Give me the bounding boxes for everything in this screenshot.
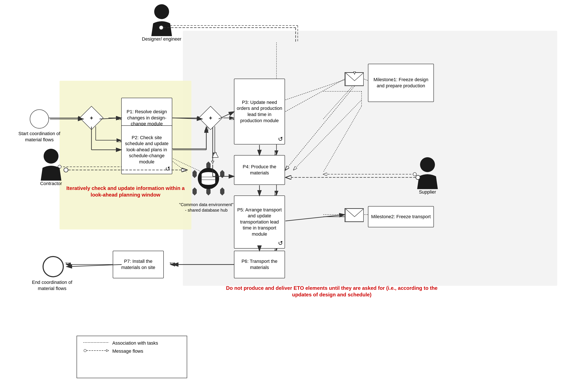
process-p4: P4: Produce the materials	[234, 155, 285, 185]
legend-box: Association with tasks Message flows	[77, 336, 187, 378]
supplier-label: Supplier	[419, 189, 436, 195]
designer-label: Designer/ engineer	[142, 36, 181, 42]
start-event-label: Start coordination of material flows	[13, 131, 66, 143]
process-p2: P2: Check site schedule and update look-…	[121, 125, 172, 174]
start-event	[30, 110, 49, 128]
legend-message-line	[83, 348, 109, 354]
envelope-icon-m2	[345, 208, 363, 222]
supplier-icon	[415, 155, 440, 189]
svg-rect-37	[345, 209, 363, 222]
diagram-container: Start coordination of material flows + P…	[0, 0, 587, 392]
milestone1-box: Milestone1: Freeze design and prepare pr…	[368, 64, 434, 102]
intermediate-triangle	[212, 152, 218, 159]
legend-dotted-line	[83, 340, 109, 346]
svg-marker-51	[192, 188, 197, 196]
svg-point-40	[420, 157, 435, 172]
legend-row-association: Association with tasks	[83, 340, 180, 346]
svg-point-39	[44, 149, 59, 164]
milestone1-envelope	[345, 72, 364, 86]
process-p7: P7: Install the materials on site	[113, 251, 164, 278]
supplier-person: Supplier	[415, 155, 440, 195]
svg-point-38	[154, 4, 169, 19]
gateway-2: +	[202, 110, 219, 126]
milestone2-envelope	[345, 208, 364, 222]
process-p3: P3: Update need orders and production le…	[234, 78, 285, 144]
loop-marker-p2: ↺	[165, 165, 170, 173]
cde-database	[187, 157, 230, 200]
loop-marker-p3: ↺	[278, 135, 283, 143]
process-p6: P6: Transport the materials	[234, 251, 285, 278]
loop-marker-p5: ↺	[278, 240, 283, 247]
contractor-label: Contractor	[40, 180, 62, 187]
svg-point-44	[202, 180, 215, 185]
milestone2-box: Milestone2: Freeze transport	[368, 206, 434, 227]
designer-icon	[149, 2, 174, 36]
contractor-person: Contractor	[38, 146, 64, 187]
cde-label: "Common data environment" - shared datab…	[179, 202, 234, 213]
legend-association-label: Association with tasks	[112, 340, 158, 346]
svg-marker-49	[220, 188, 224, 196]
svg-rect-36	[345, 73, 363, 86]
legend-message-label: Message flows	[112, 348, 143, 354]
contractor-icon	[38, 146, 64, 180]
do-not-produce-annotation: Do not produce and deliver ETO elements …	[225, 285, 438, 298]
svg-marker-57	[106, 350, 109, 352]
end-event	[43, 256, 64, 277]
svg-marker-48	[220, 170, 224, 178]
designer-person: Designer/ engineer	[149, 2, 174, 42]
envelope-icon-m1	[345, 72, 363, 86]
svg-point-55	[84, 349, 86, 352]
legend-row-message: Message flows	[83, 348, 180, 354]
process-p5: P5: Arrange transport and update transpo…	[234, 196, 285, 248]
svg-marker-53	[212, 152, 218, 158]
iterative-annotation: Iteratively check and update information…	[64, 185, 187, 198]
svg-marker-52	[192, 170, 197, 178]
cde-icon-svg	[187, 157, 230, 200]
gateway-1: +	[83, 110, 100, 126]
end-event-label: End coordination of material flows	[26, 280, 79, 292]
